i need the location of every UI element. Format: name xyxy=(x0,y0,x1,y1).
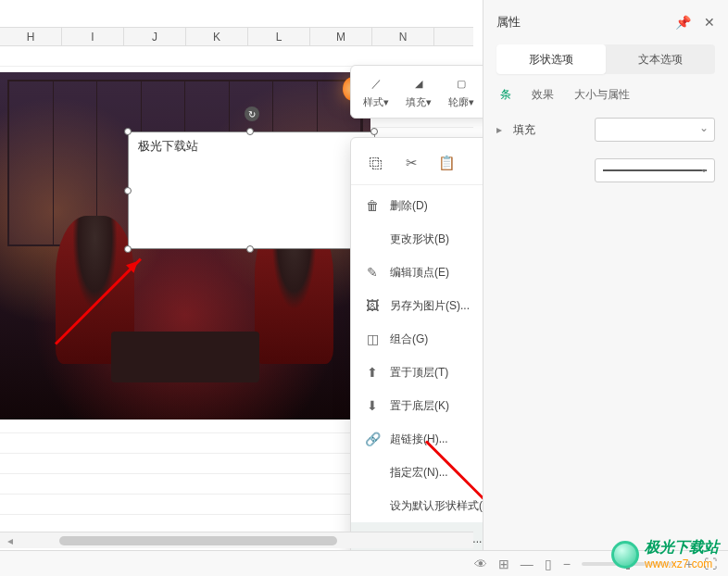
close-icon[interactable]: ✕ xyxy=(704,15,715,30)
fill-color-select[interactable] xyxy=(595,118,715,142)
col-j[interactable]: J xyxy=(124,28,186,45)
panel-title: 属性 xyxy=(496,14,521,31)
cut-icon[interactable]: ✂ xyxy=(401,153,421,173)
panel-tabs: 形状选项 文本选项 xyxy=(496,44,715,74)
style-label: 样式▾ xyxy=(363,95,389,109)
formula-bar[interactable] xyxy=(0,0,473,28)
eye-icon[interactable]: 👁 xyxy=(474,557,487,571)
copy-icon[interactable]: ⿻ xyxy=(366,153,386,173)
col-k[interactable]: K xyxy=(186,28,248,45)
bucket-icon: ◢ xyxy=(409,74,428,93)
column-headers: H I J K L M N xyxy=(0,28,473,46)
tab-text-options[interactable]: 文本选项 xyxy=(606,44,715,74)
col-n[interactable]: N xyxy=(372,28,434,45)
chevron-icon[interactable]: ▸ xyxy=(496,123,506,136)
fill-label: 填充 xyxy=(513,122,535,138)
outline-icon: ▢ xyxy=(452,74,471,93)
paste-icon[interactable]: 📋 xyxy=(436,153,457,173)
page-view-icon[interactable]: ▯ xyxy=(545,557,552,571)
scrollbar-thumb[interactable] xyxy=(59,536,337,545)
pin-icon[interactable]: 📌 xyxy=(675,15,691,30)
line-icon[interactable]: — xyxy=(521,557,533,571)
resize-handle-s[interactable] xyxy=(246,245,254,253)
col-i[interactable]: I xyxy=(62,28,124,45)
zoom-out-icon[interactable]: − xyxy=(563,557,571,571)
watermark-name: 极光下载站 xyxy=(645,539,719,555)
style-button[interactable]: ／ 样式▾ xyxy=(355,69,397,114)
line-style-select[interactable] xyxy=(595,158,715,182)
resize-handle-ne[interactable] xyxy=(370,128,378,135)
trash-icon: 🗑 xyxy=(364,198,381,213)
properties-panel: 属性 📌 ✕ 形状选项 文本选项 条 效果 大小与属性 ▸ 填充 xyxy=(483,0,728,576)
brush-icon: ／ xyxy=(367,74,385,93)
col-m[interactable]: M xyxy=(310,28,372,45)
subtab-effect[interactable]: 效果 xyxy=(532,87,554,103)
fill-label: 填充▾ xyxy=(406,95,432,109)
bring-front-icon: ⬆ xyxy=(364,365,381,380)
send-back-icon: ⬇ xyxy=(364,398,381,413)
globe-icon xyxy=(611,541,639,569)
outline-label: 轮廓▾ xyxy=(448,95,474,109)
watermark: 极光下载站 www.xz7.com xyxy=(611,538,719,570)
horizontal-scrollbar[interactable]: ◂ xyxy=(0,532,473,548)
col-l[interactable]: L xyxy=(248,28,310,45)
panel-subtabs: 条 效果 大小与属性 xyxy=(496,87,715,103)
resize-handle-nw[interactable] xyxy=(124,128,132,135)
watermark-url: www.xz7.com xyxy=(645,557,719,570)
subtab-size[interactable]: 大小与属性 xyxy=(574,87,630,103)
image-icon: 🖼 xyxy=(364,298,381,313)
link-icon: 🔗 xyxy=(364,432,381,446)
resize-handle-sw[interactable] xyxy=(124,245,132,253)
resize-handle-w[interactable] xyxy=(124,187,132,194)
edit-points-icon: ✎ xyxy=(364,265,381,280)
text-box-shape[interactable]: 极光下载站 xyxy=(128,131,375,249)
subtab-fill-line[interactable]: 条 xyxy=(500,87,511,103)
tab-shape-options[interactable]: 形状选项 xyxy=(496,44,606,74)
group-icon: ◫ xyxy=(364,332,381,346)
outline-button[interactable]: ▢ 轮廓▾ xyxy=(440,69,483,114)
col-h[interactable]: H xyxy=(0,28,62,45)
fill-button[interactable]: ◢ 填充▾ xyxy=(397,69,440,114)
rotate-handle-icon[interactable]: ↻ xyxy=(245,106,259,121)
resize-handle-n[interactable] xyxy=(246,128,254,135)
grid-view-icon[interactable]: ⊞ xyxy=(498,557,509,571)
